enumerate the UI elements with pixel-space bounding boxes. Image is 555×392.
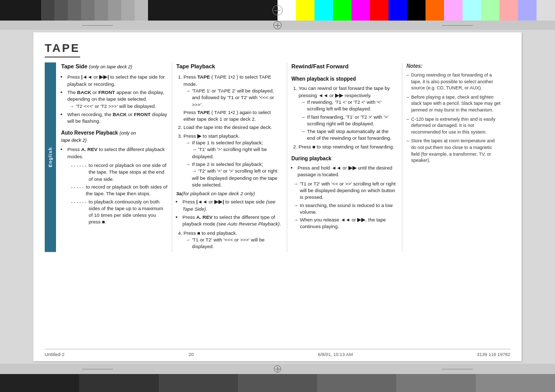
- content-row: English Tape Side (only on tape deck 2) …: [45, 63, 510, 252]
- list-item: The BACK or FRONT appear on the display,…: [67, 89, 168, 109]
- auto-reverse-bullets: Press A. REV to select the different pla…: [61, 146, 168, 160]
- tape-heading-section: TAPE: [45, 42, 510, 58]
- bottom-crosshair: [274, 365, 281, 372]
- list-item: Load the tape into the desired tape deck…: [183, 124, 283, 130]
- mode-item: ...... to record or playback on one side…: [68, 162, 168, 182]
- list-item: Press and hold ◄◄ or ▶▶ until the desire…: [298, 164, 398, 178]
- arrow-item: →If tape 2 is selected for playback;→ 'T…: [183, 161, 283, 188]
- note-item: – During rewinding or fast forwarding of…: [406, 72, 501, 91]
- note-text: C-120 tape is extremely thin and is easi…: [411, 116, 501, 136]
- arrow-item: →If fast forwarding, 'T1' or 'T2 >' with…: [299, 114, 398, 127]
- during-playback-title: During playback: [291, 155, 398, 162]
- arrow-item: →If rewinding, 'T1 <' or 'T2 <' with '<'…: [299, 99, 398, 113]
- arrow-item: →'TAPE 1' or 'TAPE 2' will be displayed,…: [183, 87, 283, 108]
- when-stopped-title: When playback is stopped: [291, 76, 398, 83]
- top-bar-right: [278, 0, 555, 21]
- list-item: Press |◄◄ or ▶▶| to select the tape side…: [67, 73, 168, 87]
- paper: TAPE English Tape Side (only on tape dec…: [33, 32, 522, 361]
- step-3a-bullets: Press |◄◄ or ▶▶| to select tape side (se…: [176, 198, 283, 227]
- footer-right: 3139 116 19782: [477, 352, 510, 357]
- auto-reverse-modes: ...... to record or playback on one side…: [61, 162, 168, 226]
- top-decorative-bar: [0, 0, 555, 21]
- bottom-band: [0, 364, 555, 374]
- arrow-item: →When you release ◄◄ or ▶▶, the tape con…: [291, 216, 398, 230]
- note-text: During rewinding or fast forwarding of a…: [411, 72, 501, 91]
- note-item: – Store the tapes at room temperature an…: [406, 138, 501, 163]
- tape-side-title: Tape Side (only on tape deck 2): [61, 63, 168, 70]
- tape-playback-steps: Press TAPE ( TAPE 1•2 ) to select TAPE m…: [176, 73, 283, 188]
- top-bar-left: [0, 0, 278, 21]
- during-playback-bullets: Press and hold ◄◄ or ▶▶ until the desire…: [291, 164, 398, 178]
- top-crosshair: [272, 5, 283, 15]
- note-item: – C-120 tape is extremely thin and is ea…: [406, 116, 501, 136]
- page-title: TAPE: [45, 42, 80, 58]
- bottom-bar: [0, 374, 555, 392]
- footer-center: 6/8/01, 10:13 AM: [318, 352, 353, 357]
- arrow-item: →'T2 <<<' or 'T2 >>>' will be displayed.: [67, 103, 168, 109]
- tape-playback-title: Tape Playback: [176, 63, 283, 70]
- middle-band: [0, 21, 555, 30]
- column-1: Tape Side (only on tape deck 2) Press |◄…: [61, 63, 172, 252]
- footer-doc-number: 3139 116 19782: [477, 352, 510, 357]
- arrow-item: →'T1 or T2' with '<< or >>' scrolling le…: [291, 180, 398, 201]
- paper-footer: Untitled-2 20 6/8/01, 10:13 AM 3139 116 …: [45, 349, 510, 357]
- center-crosshair: [273, 21, 282, 29]
- column-2: Tape Playback Press TAPE ( TAPE 1•2 ) to…: [172, 63, 287, 252]
- footer-filename: Untitled-2: [45, 352, 65, 357]
- note-text: Before playing a tape, check and tighten…: [411, 94, 501, 114]
- paper-area: TAPE English Tape Side (only on tape dec…: [0, 30, 555, 364]
- list-item: Press ▶ to start playback. →If tape 1 is…: [183, 133, 283, 188]
- list-item: Press |◄◄ or ▶▶| to select tape side (se…: [182, 198, 283, 212]
- when-stopped-steps: You can rewind or fast forward the tape …: [291, 85, 398, 150]
- arrow-item: →'T1 or T2' with '<<< or >>>' will be di…: [183, 236, 283, 250]
- notes-title: Notes:: [406, 63, 501, 70]
- tape-playback-step4: Press ■ to end playback. →'T1 or T2' wit…: [176, 230, 283, 250]
- list-item: Press A. REV to select the different typ…: [182, 214, 283, 228]
- footer-left: Untitled-2: [45, 352, 65, 357]
- footer-center-left: 20: [189, 352, 194, 357]
- list-item: Press ■ to end playback. →'T1 or T2' wit…: [183, 230, 283, 250]
- list-item: Press TAPE ( TAPE 1•2 ) to select TAPE m…: [183, 73, 283, 122]
- note-item: – Before playing a tape, check and tight…: [406, 94, 501, 114]
- arrow-item: →The tape will stop automatically at the…: [299, 128, 398, 142]
- arrow-item: →In searching, the sound is reduced to a…: [291, 202, 398, 216]
- note-text: Store the tapes at room temperature and …: [411, 138, 501, 163]
- arrow-item: →If tape 1 is selected for playback;→ 'T…: [183, 139, 283, 160]
- notes-column: Notes: – During rewinding or fast forwar…: [402, 63, 505, 252]
- list-item: Press A. REV to select the different pla…: [67, 146, 168, 160]
- list-item: Press ■ to stop rewinding or fast forwar…: [299, 143, 398, 150]
- list-item: When recording, the BACK or FRONT displa…: [67, 111, 168, 125]
- columns-area: Tape Side (only on tape deck 2) Press |◄…: [56, 63, 510, 252]
- auto-reverse-title: Auto Reverse Playback (only ontape deck …: [61, 129, 168, 144]
- footer-page-num: 20: [189, 352, 194, 357]
- tape-side-bullets: Press |◄◄ or ▶▶| to select the tape side…: [61, 73, 168, 124]
- rewind-title: Rewind/Fast Forward: [291, 63, 398, 70]
- mode-item: ..... to record or playback on both side…: [68, 183, 168, 197]
- list-item: You can rewind or fast forward the tape …: [299, 85, 398, 141]
- page-wrapper: TAPE English Tape Side (only on tape dec…: [0, 0, 555, 392]
- mode-item: ...... to playback continuously on both …: [68, 198, 168, 226]
- tape-side-subtitle: (only on tape deck 2): [89, 64, 132, 69]
- column-3: Rewind/Fast Forward When playback is sto…: [287, 63, 402, 252]
- english-sidebar: English: [45, 63, 56, 252]
- english-label: English: [48, 147, 53, 168]
- footer-date: 6/8/01, 10:13 AM: [318, 352, 353, 357]
- step-3a: 3a(for playback on tape deck 2 only) Pre…: [176, 190, 283, 227]
